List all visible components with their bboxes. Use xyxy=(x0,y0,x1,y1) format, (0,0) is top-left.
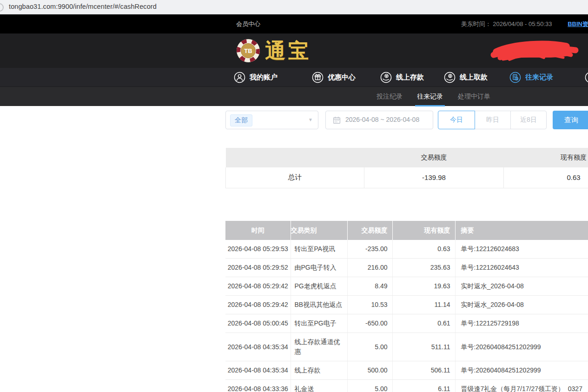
table-row: 2026-04-08 04:35:34线上存款500.00506.11单号:20… xyxy=(225,361,588,380)
summary-header-balance: 现有额度 xyxy=(504,148,588,167)
eastern-time-value: 2026/04/08 - 05:50:33 xyxy=(493,20,552,27)
chip-label: TB xyxy=(244,47,252,54)
cell-current-balance: 506.11 xyxy=(392,361,455,380)
records-icon xyxy=(509,72,521,83)
deposit-icon xyxy=(380,72,392,83)
cell-remark: 单号:122126024683 xyxy=(455,240,588,259)
cell-remark: 实时返水_2026-04-08 xyxy=(455,296,588,314)
table-row: 2026-04-08 04:33:36礼金送5.006.11晋级逢7礼金（每月7… xyxy=(225,380,588,392)
cell-transaction-amount: -235.00 xyxy=(347,240,392,259)
header-band: TB 通宝 xyxy=(0,33,588,68)
tab-transaction-records[interactable]: 往来记录 xyxy=(417,87,443,106)
cell-current-balance: 11.14 xyxy=(392,296,455,314)
cell-type: 线上存款 xyxy=(291,361,347,380)
cell-time: 2026-04-08 05:00:45 xyxy=(225,314,291,333)
cell-type: 礼金送 xyxy=(291,380,347,392)
main-nav: 我的账户优惠中心线上存款线上取款往来记录 xyxy=(0,68,588,86)
member-center-label[interactable]: 会员中心 xyxy=(236,14,260,33)
top-bar: 会员中心 美东时间： 2026/04/08 - 05:50:33 BBIN资讯 xyxy=(0,14,588,33)
nav-item-label: 优惠中心 xyxy=(328,73,356,82)
brand-name: 通宝 xyxy=(265,37,311,65)
type-filter-select[interactable]: 全部 ▼ xyxy=(225,111,318,129)
summary-total-label: 总计 xyxy=(226,167,364,188)
url-bar[interactable]: tongbao31.com:9900/infe/mcenter/#/cashRe… xyxy=(0,0,588,14)
selected-type-tag[interactable]: 全部 xyxy=(230,114,252,126)
summary-total-row: 总计 -139.98 0.63 xyxy=(226,167,588,188)
sub-nav: 投注纪录往来记录处理中订单 xyxy=(0,86,588,106)
cell-time: 2026-04-08 05:29:53 xyxy=(225,240,291,259)
cell-remark: 单号:202604084251202999 xyxy=(455,333,588,361)
cell-transaction-amount: 216.00 xyxy=(347,259,392,277)
records-header-col-0: 时间 xyxy=(225,221,291,240)
cell-time: 2026-04-08 05:29:52 xyxy=(225,259,291,277)
page: tongbao31.com:9900/infe/mcenter/#/cashRe… xyxy=(0,0,588,392)
summary-transaction-amount: -139.98 xyxy=(364,167,504,188)
table-row: 2026-04-08 04:35:34线上存款通道优惠5.00511.11单号:… xyxy=(225,333,588,361)
nav-item-promotions[interactable]: 优惠中心 xyxy=(312,68,356,86)
nav-item-online-withdraw[interactable]: 线上取款 xyxy=(444,68,488,86)
circle-icon xyxy=(585,72,588,83)
summary-header-transaction: 交易额度 xyxy=(364,148,504,167)
cell-type: PG老虎机返点 xyxy=(291,277,347,296)
table-row: 2026-04-08 05:29:52由PG电子转入216.00235.63单号… xyxy=(225,259,588,277)
nav-item-partial[interactable] xyxy=(585,68,588,86)
records-header-col-4: 摘要 xyxy=(455,221,588,240)
cell-time: 2026-04-08 04:33:36 xyxy=(225,380,291,392)
table-row: 2026-04-08 05:00:45转出至PG电子-650.000.61单号:… xyxy=(225,314,588,333)
topbar-right: 美东时间： 2026/04/08 - 05:50:33 BBIN资讯 xyxy=(461,14,588,33)
cell-current-balance: 0.63 xyxy=(392,240,455,259)
quick-button-last-8-days[interactable]: 近8日 xyxy=(510,111,547,129)
nav-item-label: 线上取款 xyxy=(460,73,488,82)
cell-type: 由PG电子转入 xyxy=(291,259,347,277)
nav-item-online-deposit[interactable]: 线上存款 xyxy=(380,68,424,86)
page-url: tongbao31.com:9900/infe/mcenter/#/cashRe… xyxy=(9,3,157,10)
cell-time: 2026-04-08 05:29:42 xyxy=(225,296,291,314)
withdraw-icon xyxy=(444,72,456,83)
cell-current-balance: 0.61 xyxy=(392,314,455,333)
records-header-col-3: 现有额度 xyxy=(392,221,455,240)
records-header-col-1: 交易类别 xyxy=(291,221,347,240)
search-button[interactable]: 查询 xyxy=(553,111,588,129)
bbin-news-link[interactable]: BBIN资讯 xyxy=(568,20,588,27)
cell-transaction-amount: 500.00 xyxy=(347,361,392,380)
quick-button-yesterday[interactable]: 昨日 xyxy=(475,111,511,129)
chevron-down-icon: ▼ xyxy=(308,117,313,122)
brand-chip-icon: TB xyxy=(236,38,261,63)
cell-remark: 单号:122126024643 xyxy=(455,259,588,277)
table-row: 2026-04-08 05:29:42BB视讯其他返点10.5311.14实时返… xyxy=(225,296,588,314)
cell-type: BB视讯其他返点 xyxy=(291,296,347,314)
redaction-scribble xyxy=(489,39,580,64)
tab-pending-orders[interactable]: 处理中订单 xyxy=(458,87,490,106)
cell-transaction-amount: 5.00 xyxy=(347,380,392,392)
cell-current-balance: 6.11 xyxy=(392,380,455,392)
eastern-time-label: 美东时间： xyxy=(461,20,491,27)
date-range-input[interactable]: 2026-04-08 ~ 2026-04-08 xyxy=(325,111,433,129)
cell-type: 线上存款通道优惠 xyxy=(291,333,347,361)
cell-remark: 单号:122125729198 xyxy=(455,314,588,333)
user-icon xyxy=(234,72,245,83)
records-header-col-2: 交易额度 xyxy=(347,221,392,240)
tab-bet-records[interactable]: 投注纪录 xyxy=(377,87,403,106)
records-body: 2026-04-08 05:29:53转出至PA视讯-235.000.63单号:… xyxy=(225,240,588,392)
table-row: 2026-04-08 05:29:53转出至PA视讯-235.000.63单号:… xyxy=(225,240,588,259)
cell-remark: 实时返水_2026-04-08 xyxy=(455,277,588,296)
quick-button-today[interactable]: 今日 xyxy=(438,111,475,129)
cell-time: 2026-04-08 05:29:42 xyxy=(225,277,291,296)
cell-transaction-amount: 8.49 xyxy=(347,277,392,296)
cell-type: 转出至PA视讯 xyxy=(291,240,347,259)
date-range-value: 2026-04-08 ~ 2026-04-08 xyxy=(345,116,419,123)
nav-item-my-account[interactable]: 我的账户 xyxy=(234,68,277,86)
nav-item-label: 我的账户 xyxy=(250,73,277,82)
calendar-icon xyxy=(333,116,341,124)
cell-type: 转出至PG电子 xyxy=(291,314,347,333)
cell-current-balance: 511.11 xyxy=(392,333,455,361)
cell-time: 2026-04-08 04:35:34 xyxy=(225,333,291,361)
records-header-row: 时间交易类别交易额度现有额度摘要 xyxy=(225,221,588,240)
cell-remark: 单号:202604084251202999 xyxy=(455,361,588,380)
cell-transaction-amount: 5.00 xyxy=(347,333,392,361)
cell-transaction-amount: 10.53 xyxy=(347,296,392,314)
cell-current-balance: 235.63 xyxy=(392,259,455,277)
cell-current-balance: 19.63 xyxy=(392,277,455,296)
summary-current-balance: 0.63 xyxy=(504,167,588,188)
nav-item-transaction-records[interactable]: 往来记录 xyxy=(509,68,553,86)
